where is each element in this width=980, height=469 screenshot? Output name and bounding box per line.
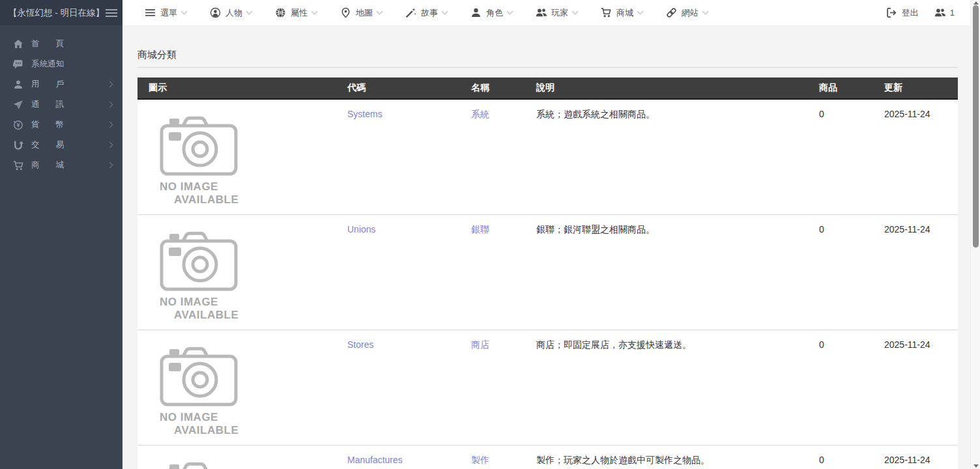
category-name-link[interactable]: 製作: [471, 455, 489, 465]
scroll-up-icon[interactable]: [973, 1, 979, 5]
sidebar-item-home[interactable]: 首 頁: [0, 34, 122, 54]
nav-item-label: 屬性: [291, 7, 308, 19]
online-users[interactable]: 1: [934, 7, 955, 18]
paper-plane-icon: [13, 100, 23, 110]
logout-label: 登出: [902, 7, 919, 19]
code-cell: Stores: [339, 330, 463, 445]
menu-icon: [145, 7, 156, 18]
camera-icon: [160, 113, 239, 177]
users-icon: [536, 7, 547, 18]
comment-icon: [13, 59, 23, 70]
column-header: 代碼: [339, 78, 463, 99]
sidebar-item-label: 貨 幣: [31, 119, 64, 130]
chevron-down-icon: [442, 8, 448, 15]
table-header: 圖示代碼名稱說明商品更新: [137, 78, 958, 99]
no-image-placeholder: NO IMAGEAVAILABLE: [160, 343, 242, 437]
chevron-right-icon: [107, 81, 113, 88]
table-row: NO IMAGEAVAILABLEUnions銀聯銀聯；銀河聯盟之相關商品。02…: [137, 214, 958, 330]
users-icon: [934, 7, 946, 18]
column-header: 名稱: [463, 78, 528, 99]
table-row: NO IMAGEAVAILABLESystems系統系統；遊戲系統之相關商品。0…: [137, 99, 958, 214]
cart-icon: [13, 160, 23, 171]
camera-icon: [160, 459, 239, 469]
sidebar-item-label: 系統通知: [31, 59, 64, 70]
sidebar-header: 【永恆幻想 - 明日在線】: [0, 0, 122, 25]
sidebar-item-label: 首 頁: [31, 38, 64, 50]
nav-item-maps[interactable]: 地圖: [340, 7, 382, 19]
nav-item-characters[interactable]: 人物: [210, 7, 252, 19]
top-nav-items: 選單人物屬性地圖故事角色玩家商城網站: [145, 7, 731, 19]
column-header: 說明: [528, 78, 811, 99]
category-code-link[interactable]: Manufactures: [347, 455, 403, 465]
sidebar-item-trade[interactable]: 交 易: [0, 135, 122, 155]
nav-item-players[interactable]: 玩家: [536, 7, 577, 19]
updated-cell: 2025-11-24: [876, 99, 958, 214]
sidebar-item-users[interactable]: 用 戶: [0, 74, 122, 94]
globe-icon: [275, 7, 286, 18]
updated-cell: 2025-11-24: [876, 214, 958, 330]
description-cell: 製作；玩家之人物於遊戲中可製作之物品。: [528, 445, 811, 469]
sidebar-item-mall[interactable]: 商 城: [0, 155, 122, 175]
user-icon: [13, 79, 23, 90]
online-count: 1: [950, 8, 955, 18]
person-circle-icon: [210, 7, 221, 18]
nav-item-label: 網站: [682, 7, 699, 19]
logout-icon: [886, 7, 897, 18]
placeholder-text-line2: AVAILABLE: [160, 424, 242, 437]
exchange-icon: [13, 140, 23, 150]
svg-text:¥: ¥: [16, 122, 20, 128]
placeholder-text-line1: NO IMAGE: [160, 411, 242, 424]
logout-button[interactable]: 登出: [886, 7, 919, 19]
nav-item-mall[interactable]: 商城: [601, 7, 642, 19]
sidebar-item-currency[interactable]: ¥貨 幣: [0, 115, 122, 135]
name-cell: 系統: [463, 99, 528, 214]
sidebar-item-label: 通 訊: [31, 99, 64, 110]
person-icon: [470, 7, 482, 18]
code-cell: Unions: [339, 214, 463, 330]
nav-item-menu[interactable]: 選單: [145, 7, 186, 19]
app-title: 【永恆幻想 - 明日在線】: [8, 7, 104, 19]
product-count-cell: 0: [811, 214, 876, 330]
column-header: 更新: [876, 78, 958, 99]
category-code-link[interactable]: Systems: [347, 109, 382, 119]
home-icon: [13, 39, 23, 50]
code-cell: Systems: [339, 99, 463, 214]
vertical-scrollbar[interactable]: [970, 0, 980, 469]
sidebar-item-notices[interactable]: 系統通知: [0, 54, 122, 74]
column-header: 圖示: [137, 78, 339, 99]
nav-item-attributes[interactable]: 屬性: [275, 7, 317, 19]
chevron-down-icon: [246, 8, 253, 15]
nav-item-roles[interactable]: 角色: [470, 7, 512, 19]
nav-item-label: 商城: [616, 7, 633, 19]
product-count-cell: 0: [811, 330, 876, 445]
sidebar-item-messages[interactable]: 通 訊: [0, 94, 122, 115]
chevron-right-icon: [107, 122, 113, 128]
updated-cell: 2025-11-24: [876, 330, 958, 445]
sidebar-menu: 首 頁系統通知用 戶通 訊¥貨 幣交 易商 城: [0, 25, 122, 175]
category-name-link[interactable]: 系統: [471, 109, 489, 119]
nav-item-website[interactable]: 網站: [666, 7, 708, 19]
chevron-down-icon: [311, 8, 318, 15]
category-code-link[interactable]: Stores: [347, 339, 373, 350]
icon-cell: NO IMAGEAVAILABLE: [137, 445, 339, 469]
description-cell: 系統；遊戲系統之相關商品。: [528, 99, 811, 214]
scroll-down-icon[interactable]: [973, 464, 979, 468]
description-cell: 銀聯；銀河聯盟之相關商品。: [528, 214, 811, 330]
product-count-cell: 0: [811, 99, 876, 214]
category-name-link[interactable]: 商店: [471, 339, 489, 350]
category-name-link[interactable]: 銀聯: [471, 224, 489, 234]
scrollbar-thumb[interactable]: [973, 5, 979, 248]
currency-icon: ¥: [13, 120, 23, 130]
link-icon: [666, 7, 677, 18]
chevron-right-icon: [107, 102, 113, 108]
table-row: NO IMAGEAVAILABLEManufactures製作製作；玩家之人物於…: [137, 445, 958, 469]
category-code-link[interactable]: Unions: [347, 224, 376, 234]
sidebar-item-label: 用 戶: [31, 79, 64, 90]
map-pin-icon: [340, 7, 351, 18]
name-cell: 商店: [463, 330, 528, 445]
cart-icon: [601, 7, 612, 18]
description-cell: 商店；即固定展店，亦支援快速遞送。: [528, 330, 811, 445]
title-divider: [137, 67, 958, 68]
nav-item-stories[interactable]: 故事: [405, 7, 447, 19]
sidebar-collapse-icon[interactable]: [104, 7, 119, 20]
